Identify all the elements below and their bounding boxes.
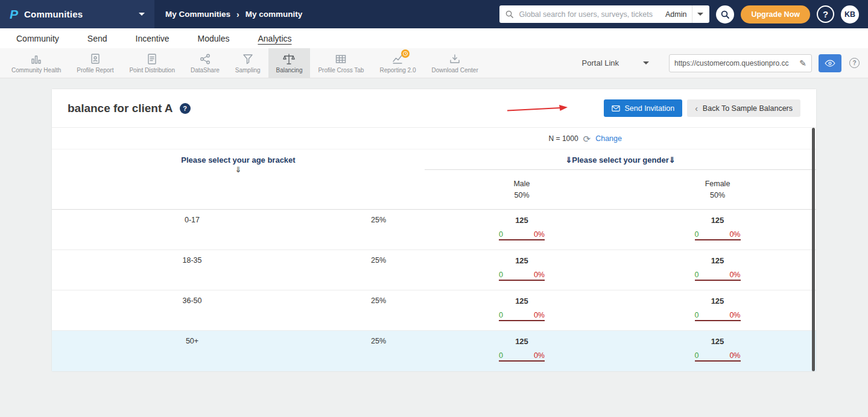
main-menu: Community Send Incentive Modules Analyti… (0, 28, 868, 48)
female-cell: 125 0 0% (619, 256, 816, 290)
column-male-name: Male (425, 178, 619, 190)
female-cell: 125 0 0% (619, 296, 816, 330)
row-percentage: 25% (332, 296, 425, 330)
menu-community[interactable]: Community (16, 34, 59, 43)
female-target-value: 125 (711, 256, 724, 265)
tool-profile-cross-tab[interactable]: Profile Cross Tab (310, 48, 372, 78)
tool-community-health[interactable]: Community Health (4, 48, 69, 78)
down-arrow-icon: ⇓ (669, 155, 676, 165)
table-scrollbar (812, 128, 815, 371)
male-achieved-pct: 0% (534, 271, 545, 279)
scrollbar-thumb[interactable] (812, 128, 815, 371)
cross-tab-icon (334, 52, 347, 66)
sampling-icon (241, 52, 255, 66)
tool-label: Balancing (276, 67, 303, 74)
portal-url-input[interactable] (674, 59, 797, 67)
female-achieved-pct: 0% (729, 311, 740, 319)
female-target-value: 125 (711, 337, 724, 346)
send-invitation-label: Send Invitation (624, 104, 674, 113)
male-achieved-pct: 0% (534, 230, 545, 239)
search-icon (720, 10, 730, 19)
tool-point-distribution[interactable]: Point Distribution (121, 48, 183, 78)
tool-profile-report[interactable]: Profile Report (69, 48, 121, 78)
portal-url-box: ✎ (669, 54, 812, 72)
breadcrumb-communities[interactable]: My Communities (165, 10, 230, 19)
tool-datashare[interactable]: DataShare (183, 48, 227, 78)
female-quota-field[interactable]: 0 0% (695, 271, 741, 281)
table-row: 36-50 25% 125 0 0% 125 0 0% (52, 290, 816, 331)
clock-badge-icon (401, 49, 410, 58)
male-quota-field[interactable]: 0 0% (499, 311, 545, 321)
global-search: Admin (499, 5, 709, 23)
tool-balancing[interactable]: Balancing (268, 48, 311, 78)
send-invitation-button[interactable]: Send Invitation (604, 99, 682, 117)
tool-reporting-2[interactable]: Reporting 2.0 (372, 48, 423, 78)
female-quota-field[interactable]: 0 0% (695, 351, 741, 362)
chevron-down-icon (139, 13, 145, 16)
search-scope-dropdown[interactable] (692, 5, 708, 23)
point-distribution-icon (145, 52, 159, 66)
male-quota-field[interactable]: 0 0% (499, 271, 545, 281)
balancer-table: N = 1000 ⟳ Change Please select your age… (52, 128, 816, 371)
male-target-value: 125 (515, 296, 528, 306)
refresh-icon[interactable]: ⟳ (583, 134, 591, 143)
row-percentage: 25% (332, 256, 425, 290)
row-age-label: 18-35 (52, 256, 332, 290)
male-quota-field[interactable]: 0 0% (499, 351, 545, 362)
female-target-value: 125 (711, 216, 724, 225)
preview-portal-button[interactable] (819, 54, 841, 72)
annotation-arrow (507, 104, 568, 113)
male-cell: 125 0 0% (425, 296, 619, 330)
search-scope-value[interactable]: Admin (660, 10, 692, 19)
app-switcher[interactable]: P Communities (0, 0, 154, 28)
top-navbar: P Communities My Communities › My commun… (0, 0, 868, 28)
card-header: balance for client A ? Send Invitation ‹… (52, 89, 816, 128)
male-count-value: 0 (499, 271, 503, 279)
female-achieved-pct: 0% (729, 271, 740, 279)
main-content: balance for client A ? Send Invitation ‹… (0, 78, 868, 371)
portal-help-icon[interactable]: ? (849, 58, 860, 68)
male-target-value: 125 (515, 256, 528, 265)
female-achieved-pct: 0% (729, 230, 740, 239)
menu-analytics[interactable]: Analytics (258, 34, 291, 43)
female-count-value: 0 (695, 351, 699, 360)
avatar[interactable]: KB (841, 5, 859, 24)
portal-link-dropdown[interactable]: Portal Link (582, 58, 649, 67)
back-to-sample-balancers-button[interactable]: ‹ Back To Sample Balancers (687, 99, 800, 117)
upgrade-now-button[interactable]: Upgrade Now (741, 5, 810, 24)
tool-download-center[interactable]: Download Center (423, 48, 486, 78)
male-quota-field[interactable]: 0 0% (499, 230, 545, 240)
male-count-value: 0 (499, 311, 503, 319)
envelope-icon (612, 105, 620, 112)
menu-modules[interactable]: Modules (198, 34, 230, 43)
column-female-name: Female (619, 178, 816, 190)
tool-label: DataShare (191, 67, 220, 74)
portal-link-label: Portal Link (582, 58, 619, 67)
female-quota-field[interactable]: 0 0% (695, 311, 741, 321)
gender-columns-row: Male 50% Female 50% (52, 174, 816, 210)
help-button[interactable]: ? (817, 5, 834, 23)
male-count-value: 0 (499, 351, 503, 360)
male-achieved-pct: 0% (534, 311, 545, 319)
menu-send[interactable]: Send (87, 34, 107, 43)
female-count-value: 0 (695, 311, 699, 319)
column-male-pct: 50% (425, 190, 619, 201)
title-help-icon[interactable]: ? (180, 103, 191, 114)
profile-report-icon (89, 52, 102, 66)
female-quota-field[interactable]: 0 0% (695, 230, 741, 240)
female-count-value: 0 (695, 271, 699, 279)
tool-sampling[interactable]: Sampling (227, 48, 268, 78)
table-row: 50+ 25% 125 0 0% 125 0 0% (52, 331, 816, 371)
search-button[interactable] (716, 5, 734, 24)
age-question-text: Please select your age bracket (181, 155, 295, 165)
column-female: Female 50% (619, 178, 816, 201)
tool-label: Profile Report (77, 67, 113, 74)
menu-incentive[interactable]: Incentive (136, 34, 169, 43)
change-sample-size-link[interactable]: Change (595, 134, 622, 143)
table-row: 0-17 25% 125 0 0% 125 0 0% (52, 210, 816, 250)
breadcrumb-community[interactable]: My community (246, 10, 303, 19)
edit-pencil-icon[interactable]: ✎ (799, 58, 806, 68)
back-button-label: Back To Sample Balancers (703, 104, 793, 113)
search-input[interactable] (514, 10, 660, 19)
row-age-label: 36-50 (52, 296, 332, 330)
